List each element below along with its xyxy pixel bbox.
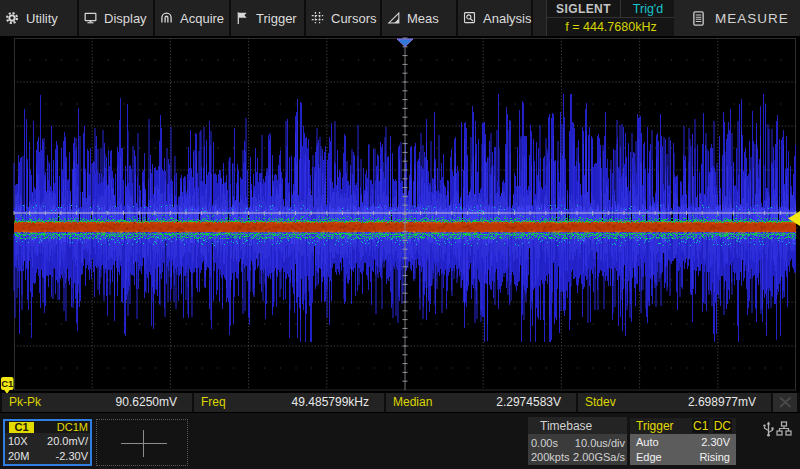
svg-text:C1: C1 xyxy=(1,378,14,389)
